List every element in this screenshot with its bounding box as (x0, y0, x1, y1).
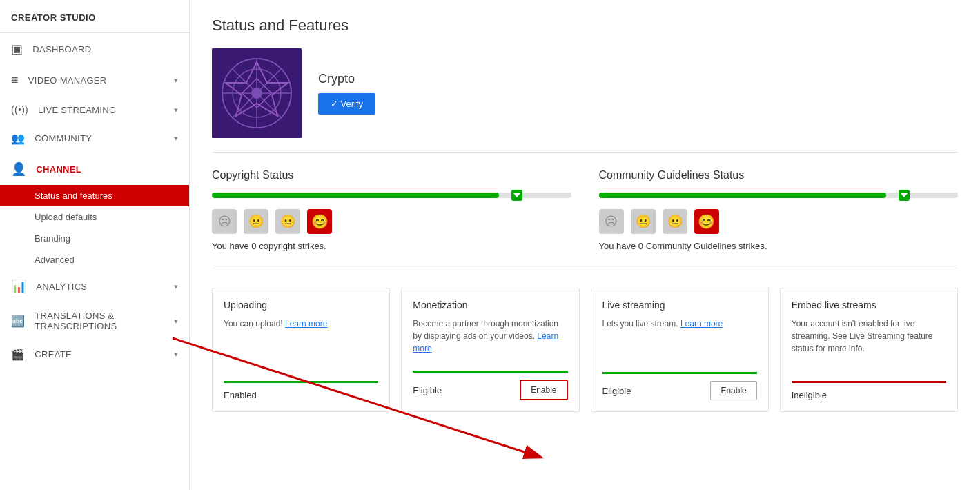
community-progress-track (599, 193, 959, 198)
community-strike-text: You have 0 Community Guidelines strikes. (599, 241, 959, 251)
community-faces: ☹ 😐 😐 😊 (599, 209, 959, 234)
sidebar-label-channel: CHANNEL (36, 164, 81, 175)
face-sad-2: 😐 (631, 209, 656, 234)
sidebar-subitem-upload[interactable]: Upload defaults (0, 206, 189, 228)
learn-more-monetization-link[interactable]: Learn more (413, 331, 558, 353)
sidebar-label-video-manager: VIDEO MANAGER (28, 75, 107, 86)
sidebar-subitem-advanced[interactable]: Advanced (0, 249, 189, 271)
sidebar-subitem-branding[interactable]: Branding (0, 228, 189, 249)
sidebar-item-create[interactable]: 🎬 CREATE ▾ (0, 340, 189, 369)
sidebar-item-translations[interactable]: 🔤 TRANSLATIONS & TRANSCRIPTIONS ▾ (0, 302, 189, 340)
channel-name: Crypto (318, 72, 375, 86)
channel-avatar (212, 48, 302, 138)
subitem-label-status: Status and features (35, 190, 112, 201)
feature-footer-uploading: Enabled (224, 381, 378, 400)
community-icon: 👥 (11, 132, 25, 145)
face-happy: 😊 (307, 209, 332, 234)
channel-icon: 👤 (11, 161, 26, 177)
channel-info: Crypto ✓ Verify (318, 72, 375, 115)
chevron-down-icon: ▾ (174, 76, 178, 85)
feature-footer-embed-live: Ineligible (792, 381, 946, 400)
feature-title-live-streaming: Live streaming (602, 300, 757, 311)
sidebar-label-dashboard: DASHBOARD (32, 44, 91, 55)
chevron-down-icon: ▾ (174, 317, 178, 326)
feature-status-embed-live: Ineligible (792, 390, 827, 400)
feature-card-embed-live: Embed live streams Your account isn't en… (780, 288, 958, 412)
feature-desc-monetization: Become a partner through monetization by… (413, 317, 567, 361)
sidebar-subitem-status[interactable]: Status and features (0, 185, 189, 206)
face-sad-2: 😐 (244, 209, 268, 234)
sidebar-item-channel[interactable]: 👤 CHANNEL (0, 153, 189, 185)
chevron-down-icon: ▾ (174, 134, 178, 143)
chevron-down-icon: ▾ (174, 350, 178, 359)
face-neutral: 😐 (275, 209, 300, 234)
svg-marker-11 (901, 193, 908, 197)
sidebar: CREATOR STUDIO ▣ DASHBOARD ≡ VIDEO MANAG… (0, 0, 190, 490)
feature-title-embed-live: Embed live streams (792, 300, 946, 311)
video-manager-icon: ≡ (11, 73, 19, 88)
sidebar-label-live-streaming: LIVE STREAMING (38, 105, 116, 115)
feature-status-monetization: Eligible (413, 385, 442, 395)
feature-card-live-streaming: Live streaming Lets you live stream. Lea… (591, 288, 769, 412)
copyright-title: Copyright Status (212, 169, 571, 182)
copyright-progress-fill (212, 193, 499, 198)
face-happy: 😊 (694, 209, 719, 234)
face-sad-1: ☹ (599, 209, 624, 234)
translations-icon: 🔤 (11, 315, 25, 328)
feature-desc-live-streaming: Lets you live stream. Learn more (602, 317, 757, 362)
features-grid: Uploading You can upload! Learn more Ena… (212, 288, 958, 412)
status-row: Copyright Status ☹ 😐 😐 😊 You have 0 copy… (212, 169, 958, 268)
subitem-label-branding: Branding (35, 233, 70, 244)
feature-card-monetization: Monetization Become a partner through mo… (401, 288, 579, 412)
feature-status-uploading: Enabled (224, 390, 257, 400)
subitem-label-upload: Upload defaults (35, 212, 97, 222)
feature-title-uploading: Uploading (224, 300, 378, 311)
feature-footer-live-streaming: Eligible Enable (602, 372, 757, 400)
dashboard-icon: ▣ (11, 41, 23, 57)
sidebar-label-create: CREATE (35, 349, 72, 360)
feature-status-live: Eligible (602, 386, 631, 396)
main-content: Status and Features Crypto ✓ Verify (190, 0, 980, 490)
sidebar-label-analytics: ANALYTICS (36, 282, 87, 292)
create-icon: 🎬 (11, 348, 25, 361)
feature-desc-embed-live: Your account isn't enabled for live stre… (792, 317, 946, 371)
copyright-faces: ☹ 😐 😐 😊 (212, 209, 571, 234)
learn-more-live-link[interactable]: Learn more (680, 319, 723, 329)
live-streaming-icon: ((•)) (11, 104, 28, 115)
copyright-progress-track (212, 193, 571, 198)
enable-monetization-button[interactable]: Enable (520, 380, 567, 400)
sidebar-item-dashboard[interactable]: ▣ DASHBOARD (0, 33, 189, 65)
sidebar-item-community[interactable]: 👥 COMMUNITY ▾ (0, 124, 189, 153)
svg-marker-10 (513, 193, 520, 197)
face-sad-1: ☹ (212, 209, 237, 234)
analytics-icon: 📊 (11, 279, 26, 294)
channel-header: Crypto ✓ Verify (212, 48, 958, 153)
sidebar-label-translations: TRANSLATIONS & TRANSCRIPTIONS (35, 311, 173, 331)
face-neutral: 😐 (663, 209, 687, 234)
creator-studio-title: CREATOR STUDIO (0, 0, 189, 33)
chevron-down-icon: ▾ (174, 106, 178, 115)
feature-title-monetization: Monetization (413, 300, 567, 311)
sidebar-item-video-manager[interactable]: ≡ VIDEO MANAGER ▾ (0, 65, 189, 96)
community-indicator (899, 190, 910, 201)
community-guidelines-block: Community Guidelines Status ☹ 😐 😐 😊 You … (599, 169, 959, 251)
sidebar-label-community: COMMUNITY (35, 133, 92, 144)
copyright-status-block: Copyright Status ☹ 😐 😐 😊 You have 0 copy… (212, 169, 571, 251)
sidebar-item-live-streaming[interactable]: ((•)) LIVE STREAMING ▾ (0, 96, 189, 124)
feature-card-uploading: Uploading You can upload! Learn more Ena… (212, 288, 390, 412)
community-progress-fill (599, 193, 886, 198)
page-title: Status and Features (212, 17, 958, 35)
copyright-strike-text: You have 0 copyright strikes. (212, 241, 571, 251)
chevron-down-icon: ▾ (174, 282, 178, 291)
svg-point-9 (251, 88, 262, 99)
feature-desc-uploading: You can upload! Learn more (224, 317, 378, 371)
enable-live-button[interactable]: Enable (710, 381, 756, 400)
sidebar-item-analytics[interactable]: 📊 ANALYTICS ▾ (0, 271, 189, 302)
learn-more-uploading-link[interactable]: Learn more (285, 319, 327, 329)
feature-footer-monetization: Eligible Enable (413, 371, 567, 400)
verify-button[interactable]: ✓ Verify (318, 93, 375, 115)
subitem-label-advanced: Advanced (35, 255, 75, 265)
copyright-indicator (511, 190, 522, 201)
community-guidelines-title: Community Guidelines Status (599, 169, 959, 182)
